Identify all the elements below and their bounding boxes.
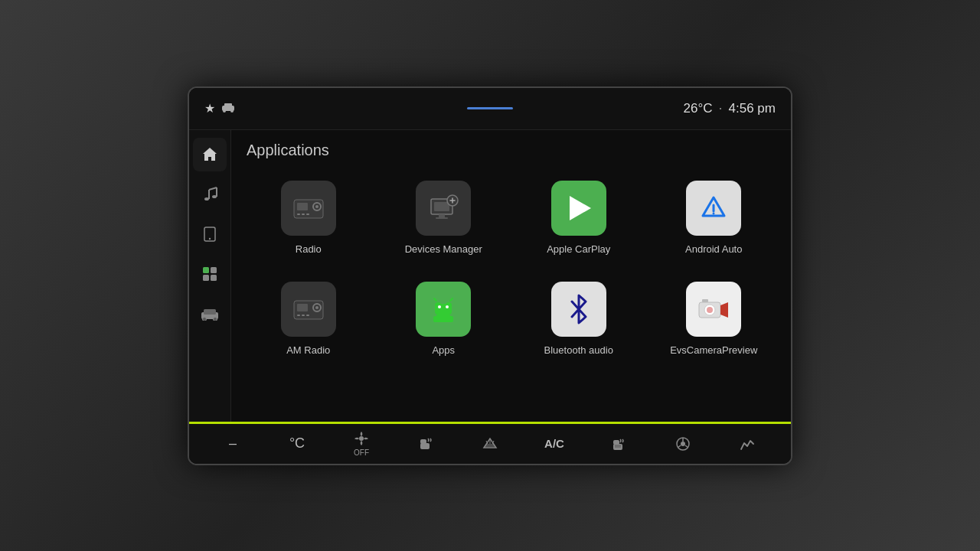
android-auto-icon (686, 181, 741, 236)
temp-minus-button[interactable]: – (214, 435, 252, 452)
devices-manager-label: Devices Manager (405, 243, 482, 255)
temp-unit-icon: °C (289, 435, 305, 452)
top-bar-left: ★ (204, 101, 235, 116)
heat-windshield-button[interactable] (471, 435, 509, 452)
app-item-evs-camera[interactable]: EvsCameraPreview (652, 274, 776, 364)
android-auto-label: Android Auto (685, 243, 742, 255)
svg-point-17 (214, 317, 217, 321)
app-item-radio[interactable]: Radio (247, 173, 371, 262)
svg-rect-11 (211, 267, 217, 273)
svg-point-55 (359, 436, 364, 441)
sidebar-item-car[interactable] (193, 297, 227, 331)
svg-rect-64 (613, 440, 619, 445)
svg-point-32 (713, 212, 715, 214)
svg-point-44 (446, 305, 449, 308)
app-item-am-radio[interactable]: AM Radio (247, 274, 371, 364)
sidebar-item-phone[interactable] (193, 217, 227, 251)
evs-camera-icon (686, 282, 741, 337)
carplay-icon (551, 181, 606, 236)
fan-icon (353, 430, 370, 447)
app-item-apps[interactable]: Apps (382, 274, 506, 364)
steering-heat-icon (675, 435, 691, 452)
am-radio-icon (281, 282, 336, 337)
svg-rect-22 (297, 214, 300, 215)
top-bar-right: 26°C · 4:56 pm (684, 100, 776, 116)
apps-label: Apps (432, 344, 455, 356)
chart-icon (739, 435, 756, 452)
svg-point-68 (681, 442, 685, 446)
app-grid: Radio (247, 173, 776, 364)
svg-rect-28 (436, 217, 448, 219)
svg-rect-24 (306, 214, 309, 215)
app-area: Applications (231, 130, 791, 422)
svg-rect-56 (420, 443, 430, 449)
fan-off-label: OFF (354, 448, 369, 457)
svg-line-45 (434, 298, 436, 301)
svg-rect-15 (204, 309, 216, 315)
svg-rect-12 (203, 275, 209, 281)
temperature-display: 26°C (684, 101, 713, 116)
svg-rect-13 (211, 275, 217, 281)
am-radio-label: AM Radio (286, 344, 330, 356)
svg-rect-37 (297, 315, 300, 316)
svg-rect-57 (420, 439, 426, 444)
svg-point-3 (230, 109, 234, 112)
svg-rect-1 (224, 103, 232, 107)
svg-marker-53 (720, 302, 728, 318)
radio-icon (281, 181, 336, 236)
svg-point-36 (315, 306, 318, 309)
svg-point-2 (223, 109, 226, 112)
evs-camera-label: EvsCameraPreview (670, 344, 757, 356)
carplay-label: Apple CarPlay (547, 243, 610, 255)
seat-heat-button[interactable] (599, 435, 638, 452)
heat-windshield-icon (482, 435, 498, 452)
svg-point-52 (707, 307, 713, 313)
page-title: Applications (247, 142, 776, 159)
car-background: ★ 26°C · 4:56 pm (0, 0, 980, 551)
radio-label: Radio (296, 243, 322, 255)
star-icon: ★ (204, 101, 215, 116)
apps-icon (416, 282, 471, 337)
svg-rect-26 (434, 202, 449, 211)
svg-rect-10 (203, 267, 209, 273)
sidebar (189, 130, 231, 422)
fan-button[interactable]: OFF (342, 430, 381, 457)
svg-rect-23 (302, 214, 305, 215)
minus-icon: – (229, 435, 237, 452)
sidebar-item-apps[interactable] (193, 257, 227, 291)
svg-rect-54 (702, 299, 708, 302)
clock-display: 4:56 pm (729, 101, 776, 116)
svg-point-21 (315, 205, 318, 208)
app-item-android-auto[interactable]: Android Auto (652, 173, 776, 262)
bottom-bar: – °C OFF (189, 422, 791, 464)
chart-button[interactable] (728, 435, 766, 452)
app-item-devices-manager[interactable]: Devices Manager (382, 173, 506, 262)
svg-rect-42 (435, 304, 452, 315)
seat-heat-icon (610, 435, 627, 452)
infotainment-screen: ★ 26°C · 4:56 pm (188, 86, 792, 465)
svg-point-9 (209, 237, 211, 239)
steering-heat-button[interactable] (664, 435, 702, 452)
svg-point-43 (438, 305, 441, 308)
heat-seat-left-icon (417, 435, 434, 452)
svg-rect-19 (297, 203, 308, 210)
ac-icon: A/C (544, 437, 564, 450)
devices-manager-icon (416, 181, 471, 236)
progress-indicator (467, 107, 513, 109)
svg-point-16 (203, 317, 207, 321)
sidebar-item-music[interactable] (193, 178, 227, 211)
play-triangle (570, 196, 591, 220)
ac-button[interactable]: A/C (535, 437, 573, 450)
bluetooth-icon (551, 282, 606, 337)
bluetooth-audio-label: Bluetooth audio (544, 344, 613, 356)
main-content: Applications (189, 130, 791, 422)
svg-rect-39 (306, 315, 309, 316)
app-item-carplay[interactable]: Apple CarPlay (517, 173, 641, 262)
app-item-bluetooth[interactable]: Bluetooth audio (517, 274, 641, 364)
sidebar-item-home[interactable] (193, 138, 227, 171)
top-bar-center (467, 107, 513, 109)
svg-rect-49 (436, 315, 450, 322)
svg-rect-34 (297, 304, 308, 311)
svg-line-46 (450, 298, 452, 301)
heat-seat-left-button[interactable] (407, 435, 445, 452)
